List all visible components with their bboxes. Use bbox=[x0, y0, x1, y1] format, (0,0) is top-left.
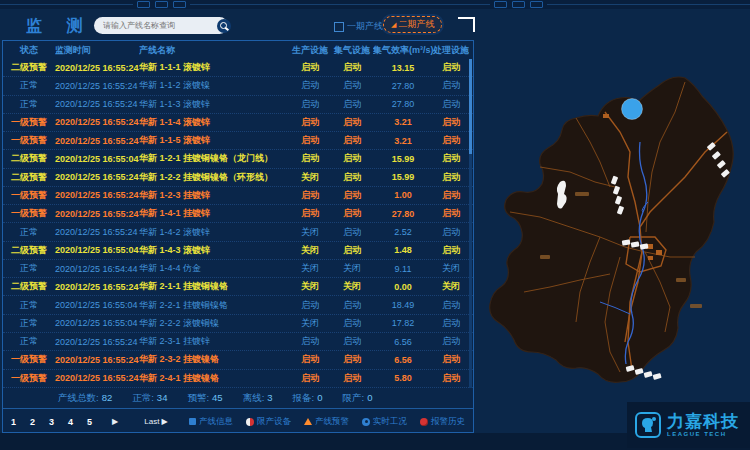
cell-gas-collect: 启动 bbox=[331, 79, 373, 92]
cell-efficiency: 27.80 bbox=[373, 81, 433, 91]
table-row[interactable]: 一级预警2020/12/25 16:55:24华新 2-4-1 挂镀镍铬启动启动… bbox=[3, 370, 473, 388]
cell-gas-collect: 启动 bbox=[331, 152, 373, 165]
cell-efficiency: 0.00 bbox=[373, 282, 433, 292]
summary-value: 3 bbox=[267, 392, 272, 403]
limit-circle-icon bbox=[246, 418, 254, 426]
table-row[interactable]: 一级预警2020/12/25 16:55:24华新 1-1-4 滚镀锌启动启动3… bbox=[3, 114, 473, 132]
legend-item-limit-circle[interactable]: 限产设备 bbox=[246, 416, 291, 428]
cell-production: 启动 bbox=[289, 353, 331, 366]
table-scrollbar[interactable] bbox=[469, 59, 472, 388]
page-button-4[interactable]: 4 bbox=[68, 417, 73, 427]
cell-production: 启动 bbox=[289, 116, 331, 129]
table-row[interactable]: 二级预警2020/12/25 16:55:24华新 1-2-2 挂镀铜镍铬（环形… bbox=[3, 169, 473, 187]
cell-gas-collect: 启动 bbox=[331, 317, 373, 330]
cell-time: 2020/12/25 16:55:24 bbox=[55, 172, 139, 182]
monitoring-dashboard: { "header": { "title": "监 测", "search_pl… bbox=[0, 0, 750, 450]
cell-treatment: 启动 bbox=[433, 171, 469, 184]
legend-label: 限产设备 bbox=[257, 416, 291, 428]
page-button-2[interactable]: 2 bbox=[30, 417, 35, 427]
page-button-5[interactable]: 5 bbox=[87, 417, 92, 427]
cell-gas-collect: 关闭 bbox=[331, 262, 373, 275]
page-title: 监 测 bbox=[26, 16, 92, 37]
cell-efficiency: 3.21 bbox=[373, 136, 433, 146]
cell-treatment: 启动 bbox=[433, 79, 469, 92]
cell-efficiency: 6.56 bbox=[373, 337, 433, 347]
cell-time: 2020/12/25 16:55:24 bbox=[55, 99, 139, 109]
cell-name: 华新 1-1-2 滚镀镍 bbox=[139, 79, 289, 92]
cell-time: 2020/12/25 16:55:24 bbox=[55, 355, 139, 365]
scrollbar-thumb[interactable] bbox=[469, 59, 472, 154]
cell-name: 华新 1-4-1 挂镀锌 bbox=[139, 207, 289, 220]
map-marker[interactable] bbox=[622, 99, 643, 120]
cell-name: 华新 1-2-3 挂镀锌 bbox=[139, 189, 289, 202]
table-row[interactable]: 正常2020/12/25 16:55:04华新 2-2-2 滚镀铜镍关闭启动17… bbox=[3, 315, 473, 333]
page-button-3[interactable]: 3 bbox=[49, 417, 54, 427]
page-button-1[interactable]: 1 bbox=[11, 417, 16, 427]
table-row[interactable]: 正常2020/12/25 16:55:04华新 2-2-1 挂镀铜镍铬启动启动1… bbox=[3, 296, 473, 314]
table-row[interactable]: 二级预警2020/12/25 16:55:24华新 2-1-1 挂镀铜镍铬关闭关… bbox=[3, 278, 473, 296]
search-box[interactable] bbox=[94, 17, 228, 34]
cell-treatment: 启动 bbox=[433, 226, 469, 239]
phase1-filter-checkbox[interactable]: 一期产线 bbox=[334, 20, 383, 33]
cell-name: 华新 1-4-3 滚镀锌 bbox=[139, 244, 289, 257]
search-icon[interactable] bbox=[217, 19, 231, 33]
table-row[interactable]: 一级预警2020/12/25 16:55:24华新 1-4-1 挂镀锌启动启动2… bbox=[3, 205, 473, 223]
summary-label: 预警: bbox=[187, 392, 209, 403]
realtime-icon bbox=[362, 418, 370, 426]
search-input[interactable] bbox=[94, 21, 217, 30]
col-treatment: 处理设施 bbox=[433, 44, 469, 57]
table-row[interactable]: 正常2020/12/25 16:55:24华新 1-1-2 滚镀镍启动启动27.… bbox=[3, 77, 473, 95]
cell-status: 二级预警 bbox=[3, 244, 55, 257]
cell-time: 2020/12/25 16:55:24 bbox=[55, 209, 139, 219]
cell-treatment: 启动 bbox=[433, 134, 469, 147]
cell-production: 启动 bbox=[289, 372, 331, 385]
legend-item-info-square[interactable]: 产线信息 bbox=[189, 416, 233, 428]
legend-item-alarm-history[interactable]: 报警历史 bbox=[420, 416, 465, 428]
cell-production: 关闭 bbox=[289, 244, 331, 257]
legend-label: 产线预警 bbox=[315, 416, 349, 428]
checkbox-icon[interactable] bbox=[334, 22, 344, 32]
cell-efficiency: 27.80 bbox=[373, 209, 433, 219]
cell-production: 关闭 bbox=[289, 171, 331, 184]
cell-treatment: 启动 bbox=[433, 335, 469, 348]
cell-treatment: 启动 bbox=[433, 61, 469, 74]
summary-label: 离线: bbox=[243, 392, 265, 403]
table-row[interactable]: 正常2020/12/25 16:54:44华新 1-4-4 仿金关闭关闭9.11… bbox=[3, 260, 473, 278]
table-row[interactable]: 正常2020/12/25 16:55:24华新 2-3-1 挂镀锌启动启动6.5… bbox=[3, 333, 473, 351]
cell-name: 华新 1-4-4 仿金 bbox=[139, 262, 289, 275]
cell-efficiency: 9.11 bbox=[373, 264, 433, 274]
cell-status: 正常 bbox=[3, 79, 55, 92]
col-time: 监测时间 bbox=[55, 44, 139, 57]
next-page-button[interactable]: ▶ bbox=[106, 416, 124, 427]
cell-name: 华新 2-1-1 挂镀铜镍铬 bbox=[139, 280, 289, 293]
cell-efficiency: 5.80 bbox=[373, 373, 433, 383]
table-row[interactable]: 一级预警2020/12/25 16:55:24华新 2-3-2 挂镀镍铬启动启动… bbox=[3, 351, 473, 369]
table-row[interactable]: 一级预警2020/12/25 16:55:24华新 1-2-3 挂镀锌启动启动1… bbox=[3, 187, 473, 205]
legend-item-realtime[interactable]: 实时工况 bbox=[362, 416, 407, 428]
summary-item: 正常:34 bbox=[132, 392, 167, 405]
phase2-label: 二期产线 bbox=[398, 18, 434, 31]
district-map[interactable] bbox=[480, 52, 748, 400]
table-row[interactable]: 二级预警2020/12/25 16:55:04华新 1-2-1 挂镀铜镍铬（龙门… bbox=[3, 150, 473, 168]
cell-efficiency: 15.99 bbox=[373, 172, 433, 182]
cell-efficiency: 3.21 bbox=[373, 117, 433, 127]
table-row[interactable]: 一级预警2020/12/25 16:55:24华新 1-1-5 滚镀锌启动启动3… bbox=[3, 132, 473, 150]
cell-time: 2020/12/25 16:55:04 bbox=[55, 300, 139, 310]
table-row[interactable]: 正常2020/12/25 16:55:24华新 1-1-3 滚镀锌启动启动27.… bbox=[3, 96, 473, 114]
last-page-button[interactable]: Last ▶ bbox=[138, 416, 174, 427]
warning-triangle-icon bbox=[304, 418, 312, 425]
phase2-filter-button[interactable]: ◢ 二期产线 bbox=[383, 16, 442, 33]
cell-status: 一级预警 bbox=[3, 189, 55, 202]
cell-status: 一级预警 bbox=[3, 116, 55, 129]
cell-gas-collect: 启动 bbox=[331, 171, 373, 184]
district-map-svg bbox=[480, 52, 748, 400]
cell-production: 启动 bbox=[289, 61, 331, 74]
col-name: 产线名称 bbox=[139, 44, 289, 57]
table-row[interactable]: 正常2020/12/25 16:55:24华新 1-4-2 滚镀锌关闭启动2.5… bbox=[3, 223, 473, 241]
cell-name: 华新 2-3-2 挂镀镍铬 bbox=[139, 353, 289, 366]
cell-name: 华新 2-3-1 挂镀锌 bbox=[139, 335, 289, 348]
legend-item-warning-triangle[interactable]: 产线预警 bbox=[304, 416, 349, 428]
table-row[interactable]: 二级预警2020/12/25 16:55:24华新 1-1-1 滚镀锌启动启动1… bbox=[3, 59, 473, 77]
cell-treatment: 启动 bbox=[433, 189, 469, 202]
table-row[interactable]: 二级预警2020/12/25 16:55:04华新 1-4-3 滚镀锌关闭启动1… bbox=[3, 242, 473, 260]
